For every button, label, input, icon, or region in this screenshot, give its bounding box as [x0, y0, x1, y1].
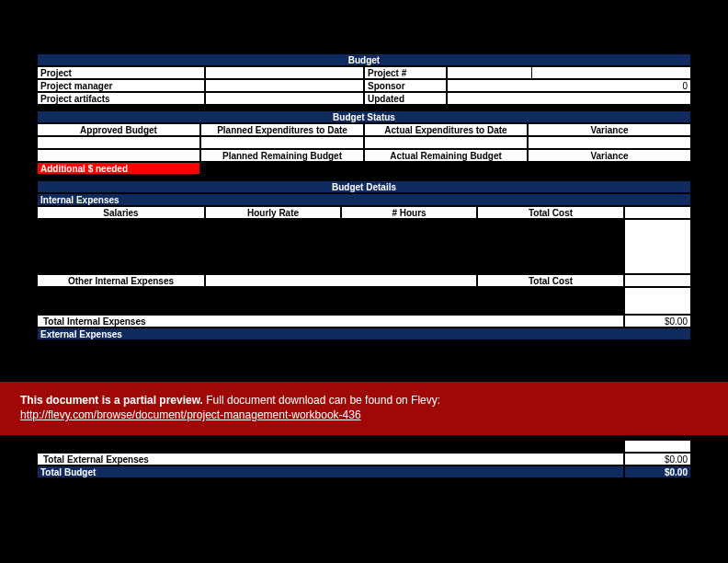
banner-link[interactable]: http://flevy.com/browse/document/project… — [20, 408, 361, 421]
other-tail — [624, 274, 691, 287]
ext-black-tail — [37, 440, 624, 453]
pm-label: Project manager — [37, 79, 205, 92]
total-budget-label: Total Budget — [37, 465, 624, 478]
updated-value — [447, 92, 691, 105]
variance-hdr-1: Variance — [528, 123, 691, 136]
salaries-hdr: Salaries — [37, 206, 205, 219]
artifacts-value — [205, 92, 364, 105]
hourly-rate-hdr: Hourly Rate — [205, 206, 341, 219]
planned-remaining-hdr: Planned Remaining Budget — [200, 149, 364, 162]
project-value — [205, 66, 364, 79]
actual-to-date-hdr: Actual Expenditures to Date — [364, 123, 528, 136]
other-tail-col — [624, 287, 691, 315]
actual-remaining-hdr: Actual Remaining Budget — [364, 149, 528, 162]
internal-exp-header: Internal Expenses — [37, 193, 691, 206]
total-internal-label: Total Internal Expenses — [37, 315, 624, 327]
variance-hdr-2: Variance — [528, 149, 691, 162]
banner-rest: Full document download can be found on F… — [203, 394, 440, 407]
ext-white-tail — [624, 440, 691, 453]
details-header: Budget Details — [37, 180, 691, 193]
total-cost-hdr-2: Total Cost — [477, 274, 624, 287]
banner-bold: This document is a partial preview. — [20, 394, 203, 407]
planned-to-date-val — [200, 136, 364, 149]
project-num-value-ext — [532, 66, 691, 79]
project-num-label: Project # — [364, 66, 447, 79]
total-cost-hdr-1: Total Cost — [477, 206, 624, 219]
variance-val-1 — [528, 136, 691, 149]
sponsor-value: 0 — [447, 79, 691, 92]
other-internal-hdr: Other Internal Expenses — [37, 274, 205, 287]
other-internal-mid — [205, 274, 477, 287]
other-rows-area — [37, 287, 624, 315]
sponsor-label: Sponsor — [364, 79, 447, 92]
sal-tail — [624, 206, 691, 219]
total-budget-val: $0.00 — [624, 465, 691, 478]
project-label: Project — [37, 66, 205, 79]
title-bar: Budget — [37, 53, 691, 66]
project-num-value — [447, 66, 532, 79]
status-black-fill — [200, 162, 691, 175]
total-internal-val: $0.00 — [624, 315, 691, 327]
approved-budget-hdr: Approved Budget — [37, 123, 200, 136]
hours-hdr: # Hours — [341, 206, 477, 219]
approved-val — [37, 136, 200, 149]
salary-tail-col — [624, 219, 691, 274]
planned-to-date-hdr: Planned Expenditures to Date — [200, 123, 364, 136]
actual-to-date-val — [364, 136, 528, 149]
total-external-val: $0.00 — [624, 453, 691, 465]
preview-banner: This document is a partial preview. Full… — [0, 382, 728, 435]
status-header: Budget Status — [37, 110, 691, 123]
updated-label: Updated — [364, 92, 447, 105]
status-blank-left — [37, 149, 200, 162]
external-exp-header: External Expenses — [37, 327, 691, 340]
total-external-label: Total External Expenses — [37, 453, 624, 465]
artifacts-label: Project artifacts — [37, 92, 205, 105]
salary-rows-area — [37, 219, 624, 274]
pm-value — [205, 79, 364, 92]
additional-needed: Additional $ needed — [37, 162, 200, 175]
